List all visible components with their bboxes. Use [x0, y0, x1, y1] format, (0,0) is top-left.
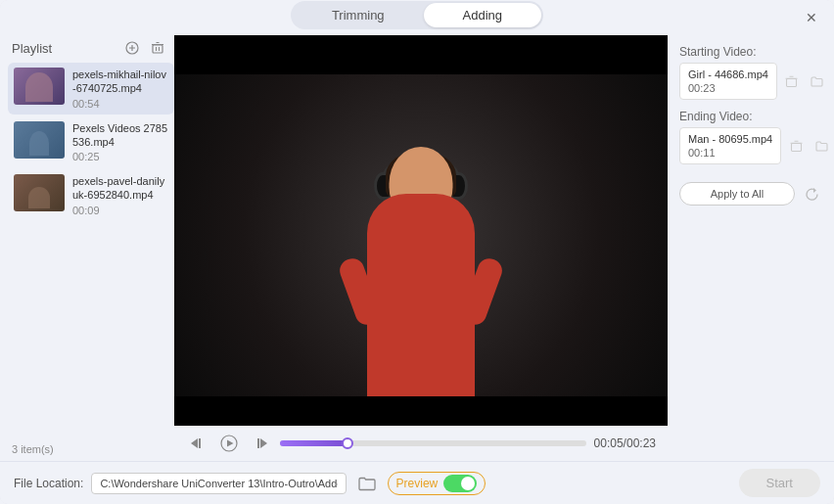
preview-toggle-group[interactable]: Preview	[388, 472, 486, 495]
sidebar-header: Playlist	[8, 35, 174, 63]
starting-delete-button[interactable]	[781, 70, 803, 92]
ending-filename: Man - 80695.mp4	[688, 133, 772, 145]
starting-video-label: Starting Video:	[679, 45, 822, 59]
playlist-item-info: Pexels Videos 2785536.mp4 00:25	[72, 121, 168, 163]
apply-to-all-button[interactable]: Apply to All	[679, 182, 795, 206]
video-scene	[174, 35, 668, 426]
file-location-label: File Location:	[14, 477, 83, 490]
close-button[interactable]: ✕	[803, 9, 820, 26]
refresh-button[interactable]	[801, 183, 822, 205]
sidebar-actions	[123, 39, 166, 57]
apply-row: Apply to All	[679, 182, 822, 206]
starting-folder-button[interactable]	[807, 70, 828, 92]
ending-folder-button[interactable]	[811, 135, 832, 157]
svg-rect-9	[199, 438, 201, 448]
tab-bar: Trimming Adding	[291, 1, 543, 35]
playlist-item[interactable]: pexels-pavel-danilyuk-6952840.mp4 00:09	[8, 169, 174, 221]
playlist-item-name: pexels-mikhail-nilov-6740725.mp4	[72, 68, 168, 96]
sidebar: Playlist	[0, 35, 174, 461]
playlist-item[interactable]: pexels-mikhail-nilov-6740725.mp4 00:54	[8, 63, 174, 115]
forward-button[interactable]	[249, 432, 272, 455]
svg-rect-13	[257, 438, 259, 448]
file-path-input[interactable]	[91, 473, 346, 494]
preview-label: Preview	[396, 477, 439, 490]
tab-adding[interactable]: Adding	[424, 3, 541, 27]
sidebar-footer: 3 item(s)	[8, 437, 174, 461]
playlist-items: pexels-mikhail-nilov-6740725.mp4 00:54 P…	[8, 63, 174, 437]
starting-video-section: Starting Video: Girl - 44686.mp4 00:23	[679, 45, 822, 100]
svg-rect-3	[153, 45, 162, 53]
playlist-thumbnail	[14, 68, 65, 105]
item-count: 3 item(s)	[12, 443, 54, 455]
ending-video-row: Man - 80695.mp4 00:11	[679, 127, 822, 164]
ending-video-info: Man - 80695.mp4 00:11	[679, 127, 781, 164]
video-area: 00:05/00:23	[174, 35, 668, 461]
bottom-bar: File Location: Preview Start	[0, 461, 834, 504]
rewind-button[interactable]	[186, 432, 209, 455]
video-content-figure	[323, 94, 519, 426]
ending-time: 00:11	[688, 147, 772, 159]
playlist-item[interactable]: Pexels Videos 2785536.mp4 00:25	[8, 116, 174, 168]
tab-group: Trimming Adding	[291, 1, 543, 29]
main-content: Playlist	[0, 35, 834, 461]
start-button[interactable]: Start	[739, 469, 820, 497]
playlist-item-name: Pexels Videos 2785536.mp4	[72, 121, 168, 150]
svg-marker-8	[191, 438, 198, 448]
starting-time: 00:23	[688, 82, 768, 94]
ending-delete-button[interactable]	[785, 135, 807, 157]
delete-playlist-button[interactable]	[149, 39, 166, 57]
toggle-knob	[461, 477, 475, 490]
progress-fill	[280, 440, 348, 446]
playlist-item-info: pexels-pavel-danilyuk-6952840.mp4 00:09	[72, 174, 168, 216]
tab-trimming[interactable]: Trimming	[293, 3, 424, 27]
video-player	[174, 35, 668, 426]
playlist-item-name: pexels-pavel-danilyuk-6952840.mp4	[72, 174, 168, 203]
playlist-item-duration: 00:54	[72, 98, 168, 110]
play-button[interactable]	[217, 432, 241, 455]
svg-rect-17	[791, 143, 801, 151]
right-panel: Starting Video: Girl - 44686.mp4 00:23	[668, 35, 834, 461]
progress-thumb[interactable]	[342, 437, 353, 449]
playlist-item-duration: 00:25	[72, 151, 168, 162]
svg-marker-20	[813, 188, 816, 193]
starting-video-row: Girl - 44686.mp4 00:23	[679, 63, 822, 100]
ending-video-label: Ending Video:	[679, 110, 822, 123]
ending-video-section: Ending Video: Man - 80695.mp4 00:11	[679, 110, 822, 164]
playlist-item-info: pexels-mikhail-nilov-6740725.mp4 00:54	[72, 68, 168, 110]
starting-filename: Girl - 44686.mp4	[688, 69, 768, 80]
starting-video-info: Girl - 44686.mp4 00:23	[679, 63, 777, 100]
playlist-thumbnail	[14, 174, 65, 211]
svg-marker-12	[260, 438, 267, 448]
time-display: 00:05/00:23	[594, 436, 656, 450]
controls-bar: 00:05/00:23	[174, 426, 668, 461]
title-bar: Trimming Adding ✕	[0, 0, 834, 35]
browse-folder-button[interactable]	[354, 471, 380, 496]
add-playlist-button[interactable]	[123, 39, 141, 57]
sidebar-title: Playlist	[12, 41, 52, 56]
svg-marker-11	[227, 440, 234, 447]
svg-rect-14	[787, 78, 797, 86]
playlist-thumbnail	[14, 121, 65, 159]
playlist-item-duration: 00:09	[72, 205, 168, 216]
preview-toggle[interactable]	[443, 475, 477, 492]
progress-bar[interactable]	[280, 440, 586, 446]
